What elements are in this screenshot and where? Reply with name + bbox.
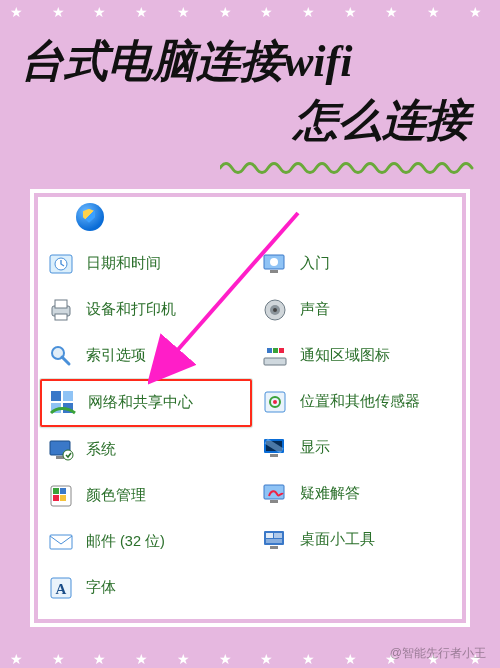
troubleshoot-icon: [260, 479, 290, 509]
svg-rect-19: [60, 495, 66, 501]
network-icon: [48, 388, 78, 418]
control-panel-item-datetime[interactable]: 日期和时间: [40, 241, 246, 287]
item-label: 索引选项: [86, 346, 246, 365]
item-label: 通知区域图标: [300, 346, 454, 365]
svg-rect-43: [274, 533, 282, 538]
svg-rect-40: [270, 500, 278, 503]
decorative-squiggle: [220, 161, 480, 175]
svg-point-14: [63, 450, 73, 460]
font-icon: A: [46, 573, 76, 603]
getting-started-icon: [260, 249, 290, 279]
svg-rect-18: [53, 495, 59, 501]
svg-rect-29: [264, 358, 286, 365]
item-label: 日期和时间: [86, 254, 246, 273]
control-panel-item-devices[interactable]: 设备和打印机: [40, 287, 246, 333]
svg-rect-8: [51, 391, 61, 401]
control-panel-item-indexing[interactable]: 索引选项: [40, 333, 246, 379]
svg-rect-16: [53, 488, 59, 494]
printer-icon: [46, 295, 76, 325]
svg-rect-24: [270, 270, 278, 273]
item-label: 入门: [300, 254, 454, 273]
svg-point-28: [273, 308, 277, 312]
title-line-2: 怎么连接: [20, 91, 480, 150]
svg-point-35: [273, 400, 277, 404]
svg-rect-20: [50, 535, 72, 549]
control-panel-item-fonts[interactable]: A 字体: [40, 565, 246, 611]
control-panel-item-color[interactable]: 颜色管理: [40, 473, 246, 519]
speaker-icon: [260, 295, 290, 325]
item-label: 显示: [300, 438, 454, 457]
control-panel-item-getting-started[interactable]: 入门: [254, 241, 460, 287]
watermark: @智能先行者小王: [390, 645, 486, 662]
control-panel-right-column: 入门 声音 通知区域图标 位置和其他传感器: [254, 241, 460, 611]
control-panel-item-mail[interactable]: 邮件 (32 位): [40, 519, 246, 565]
svg-point-25: [270, 258, 278, 266]
svg-rect-4: [55, 300, 67, 308]
decorative-stars-top: ★★★★★★ ★★★★★★: [0, 0, 500, 24]
svg-rect-5: [55, 314, 67, 320]
search-icon: [46, 341, 76, 371]
control-panel-screenshot: 日期和时间 设备和打印机 索引选项 网络和共享中心: [26, 185, 474, 631]
control-panel-left-column: 日期和时间 设备和打印机 索引选项 网络和共享中心: [40, 241, 246, 611]
control-panel-item-system[interactable]: 系统: [40, 427, 246, 473]
gadget-icon: [260, 525, 290, 555]
title-line-1: 台式电脑连接wifi: [20, 32, 480, 91]
control-panel-item-display[interactable]: 显示: [254, 425, 460, 471]
svg-rect-45: [270, 546, 278, 549]
item-label: 字体: [86, 578, 246, 597]
item-label: 桌面小工具: [300, 530, 454, 549]
item-label: 系统: [86, 440, 246, 459]
control-panel-item-gadgets[interactable]: 桌面小工具: [254, 517, 460, 563]
color-icon: [46, 481, 76, 511]
clock-icon: [46, 249, 76, 279]
item-label: 颜色管理: [86, 486, 246, 505]
sensor-icon: [260, 387, 290, 417]
item-label: 网络和共享中心: [88, 393, 250, 412]
svg-rect-38: [270, 454, 278, 457]
control-panel-header: [40, 201, 460, 241]
svg-rect-32: [279, 348, 284, 353]
svg-rect-44: [266, 539, 282, 543]
control-panel-item-tray[interactable]: 通知区域图标: [254, 333, 460, 379]
item-label: 邮件 (32 位): [86, 532, 246, 551]
title-block: 台式电脑连接wifi 怎么连接: [0, 24, 500, 157]
item-label: 声音: [300, 300, 454, 319]
control-panel-item-sound[interactable]: 声音: [254, 287, 460, 333]
item-label: 位置和其他传感器: [300, 392, 454, 411]
item-label: 设备和打印机: [86, 300, 246, 319]
svg-rect-9: [63, 391, 73, 401]
svg-rect-42: [266, 533, 273, 538]
control-panel-item-sensors[interactable]: 位置和其他传感器: [254, 379, 460, 425]
svg-rect-31: [273, 348, 278, 353]
control-panel-item-network[interactable]: 网络和共享中心: [40, 379, 252, 427]
svg-rect-30: [267, 348, 272, 353]
tray-icon: [260, 341, 290, 371]
svg-text:A: A: [56, 581, 67, 597]
system-icon: [46, 435, 76, 465]
mail-icon: [46, 527, 76, 557]
display-icon: [260, 433, 290, 463]
item-label: 疑难解答: [300, 484, 454, 503]
security-shield-icon: [76, 203, 104, 231]
svg-line-7: [62, 357, 69, 364]
control-panel-item-troubleshoot[interactable]: 疑难解答: [254, 471, 460, 517]
svg-rect-17: [60, 488, 66, 494]
